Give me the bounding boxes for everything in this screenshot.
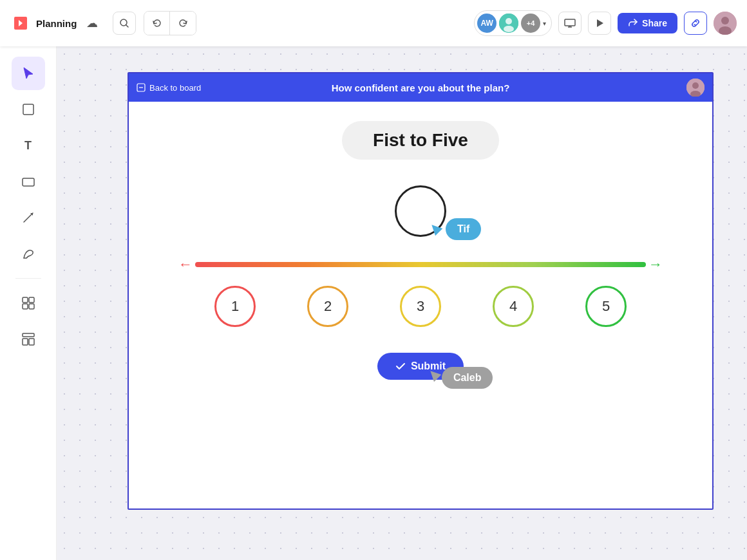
sidebar-divider xyxy=(15,278,41,279)
svg-rect-5 xyxy=(565,19,575,26)
sidebar: T xyxy=(0,46,57,560)
frame-content: Fist to Five Tif ← → xyxy=(129,102,712,509)
miro-logo[interactable] xyxy=(10,13,31,33)
cloud-button[interactable]: ☁ xyxy=(82,13,102,33)
numbers-row: 1 2 3 4 5 xyxy=(214,286,627,327)
number-circle-5[interactable]: 5 xyxy=(585,286,627,327)
sidebar-item-apps[interactable] xyxy=(12,286,45,320)
back-label: Back to board xyxy=(149,83,201,93)
arrow-left-icon: ← xyxy=(178,256,193,273)
avatars-group[interactable]: AW +4 ▾ xyxy=(474,10,552,36)
svg-rect-20 xyxy=(23,333,34,337)
avatar-tm xyxy=(499,14,518,33)
submit-area: Submit Caleb xyxy=(377,353,464,380)
svg-point-4 xyxy=(504,26,514,32)
frame-user-avatar xyxy=(686,79,704,97)
svg-point-26 xyxy=(692,82,699,89)
avatar-count: +4 xyxy=(521,14,540,33)
number-circle-3[interactable]: 3 xyxy=(400,286,441,327)
canvas-area[interactable]: Back to board How confident are you abou… xyxy=(57,46,747,560)
undo-redo-group xyxy=(144,11,196,35)
number-circle-2[interactable]: 2 xyxy=(307,286,348,327)
sidebar-item-templates[interactable] xyxy=(12,322,45,356)
share-button[interactable]: Share xyxy=(618,13,677,33)
caleb-cursor: Caleb xyxy=(429,367,493,389)
share-label: Share xyxy=(642,18,667,28)
svg-rect-19 xyxy=(29,304,34,309)
svg-rect-13 xyxy=(23,178,34,186)
search-button[interactable] xyxy=(113,12,136,35)
arrow-right-icon: → xyxy=(648,256,663,273)
sidebar-item-shape[interactable] xyxy=(12,165,45,198)
avatars-chevron-icon: ▾ xyxy=(543,20,546,27)
topbar-right: AW +4 ▾ xyxy=(474,10,737,36)
avatar-aw: AW xyxy=(477,14,496,33)
sidebar-item-draw[interactable] xyxy=(12,237,45,270)
frame-header: Back to board How confident are you abou… xyxy=(129,73,712,102)
svg-point-10 xyxy=(721,17,729,24)
gradient-bar xyxy=(195,262,646,267)
user-avatar[interactable] xyxy=(714,12,737,35)
caleb-label: Caleb xyxy=(442,367,493,389)
svg-marker-8 xyxy=(597,19,603,27)
number-circle-1[interactable]: 1 xyxy=(214,286,256,327)
tif-label: Tif xyxy=(446,218,481,240)
sidebar-item-line[interactable] xyxy=(12,201,45,234)
svg-line-14 xyxy=(24,213,33,222)
svg-rect-21 xyxy=(23,339,28,345)
topbar: Planning ☁ AW xyxy=(0,0,747,46)
frame-title: How confident are you about the plan? xyxy=(332,82,510,93)
sidebar-item-frame[interactable] xyxy=(12,93,45,126)
svg-rect-18 xyxy=(23,304,28,309)
activity-title: Fist to Five xyxy=(342,121,499,160)
svg-rect-16 xyxy=(23,297,28,303)
tif-cursor: Tif xyxy=(430,221,481,240)
play-button[interactable] xyxy=(588,12,611,35)
svg-rect-17 xyxy=(29,297,34,303)
svg-point-3 xyxy=(506,18,512,24)
svg-rect-12 xyxy=(23,104,33,115)
gradient-slider[interactable]: ← → xyxy=(155,256,686,273)
svg-rect-22 xyxy=(29,339,34,345)
present-button[interactable] xyxy=(558,12,582,35)
sidebar-item-text[interactable]: T xyxy=(12,129,45,162)
undo-button[interactable] xyxy=(144,12,170,35)
back-to-board-button[interactable]: Back to board xyxy=(137,83,201,93)
svg-line-1 xyxy=(126,25,129,28)
activity-frame: Back to board How confident are you abou… xyxy=(128,72,714,510)
cursor-area: Tif xyxy=(155,185,686,237)
topbar-left: Planning ☁ xyxy=(10,11,466,35)
number-circle-4[interactable]: 4 xyxy=(493,286,534,327)
redo-button[interactable] xyxy=(170,12,196,35)
app-name: Planning xyxy=(36,18,77,29)
link-button[interactable] xyxy=(684,12,707,35)
sidebar-item-select[interactable] xyxy=(12,57,45,90)
